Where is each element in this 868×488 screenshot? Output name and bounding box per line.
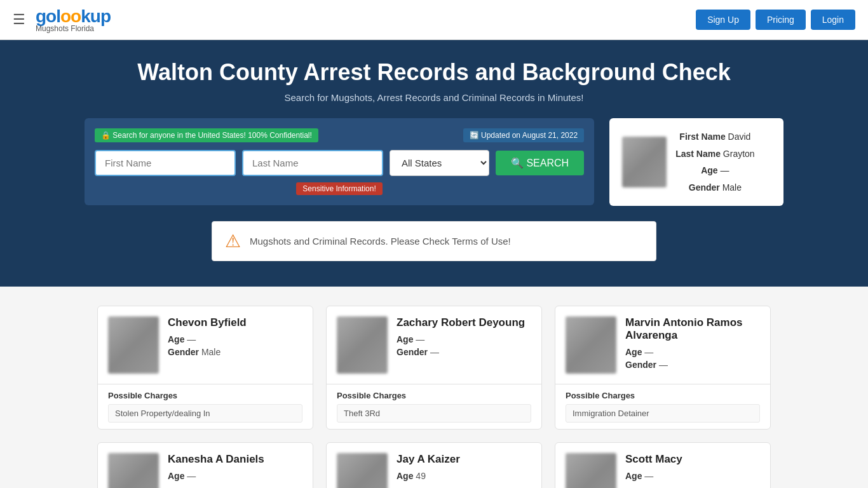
search-top-bar: 🔒 Search for anyone in the United States… (95, 128, 584, 142)
result-info: Zachary Robert Deyoung Age — Gender — (397, 316, 525, 360)
updated-badge: 🔄 Updated on August 21, 2022 (463, 128, 584, 142)
result-age: Age — (168, 334, 247, 344)
profile-firstname-value: David (728, 132, 751, 142)
featured-profile-info: First Name David Last Name Grayton Age —… (675, 128, 755, 196)
result-name: Chevon Byfield (168, 316, 247, 329)
firstname-input[interactable] (95, 150, 236, 176)
logo-subtitle: Mugshots Florida (36, 24, 94, 33)
profile-gender-row: Gender Male (675, 179, 755, 196)
profile-firstname-row: First Name David (675, 128, 755, 146)
hero-section: Walton County Arrest Records and Backgro… (0, 40, 868, 287)
charge-item: Stolen Property/dealing In (108, 404, 302, 423)
header-left: ☰ golookup Mugshots Florida (13, 6, 111, 33)
result-card[interactable]: Marvin Antonio Ramos Alvarenga Age — Gen… (555, 306, 771, 430)
search-box: 🔒 Search for anyone in the United States… (85, 118, 594, 205)
search-fields: All StatesAlabamaAlaskaArizonaArkansasCa… (95, 150, 584, 176)
result-age: Age — (625, 471, 682, 481)
result-card-top: Marvin Antonio Ramos Alvarenga Age — Gen… (555, 306, 770, 384)
pricing-button[interactable]: Pricing (756, 10, 806, 30)
sensitive-badge: Sensitive Information! (296, 182, 382, 195)
result-age: Age — (397, 334, 525, 344)
result-card[interactable]: Jay A Kaizer Age 49 (326, 442, 542, 488)
menu-icon[interactable]: ☰ (13, 11, 25, 28)
result-card[interactable]: Zachary Robert Deyoung Age — Gender — Po… (326, 306, 542, 430)
result-gender: Gender Male (168, 347, 247, 357)
page-title: Walton County Arrest Records and Backgro… (13, 59, 855, 86)
result-name: Scott Macy (625, 453, 682, 466)
result-gender: Gender — (397, 347, 525, 357)
header: ☰ golookup Mugshots Florida Sign Up Pric… (0, 0, 868, 40)
result-avatar (337, 316, 388, 374)
profile-lastname-row: Last Name Grayton (675, 146, 755, 163)
result-avatar (566, 453, 616, 488)
charge-item: Theft 3Rd (337, 404, 531, 423)
result-name: Kanesha A Daniels (168, 453, 264, 466)
result-age: Age — (168, 471, 264, 481)
profile-lastname-label: Last Name (675, 149, 721, 159)
result-card-top: Zachary Robert Deyoung Age — Gender — (327, 306, 541, 384)
warning-icon: ⚠ (225, 231, 241, 252)
result-age: Age 49 (397, 471, 460, 481)
result-info: Scott Macy Age — (625, 453, 682, 484)
charges-section: Possible Charges Stolen Property/dealing… (98, 384, 313, 429)
warning-text: Mugshots and Criminal Records. Please Ch… (250, 236, 511, 247)
result-card-top: Chevon Byfield Age — Gender Male (98, 306, 313, 384)
signup-button[interactable]: Sign Up (696, 10, 750, 30)
result-name: Jay A Kaizer (397, 453, 460, 466)
result-age: Age — (625, 347, 760, 357)
featured-profile-card[interactable]: First Name David Last Name Grayton Age —… (609, 118, 783, 206)
profile-firstname-label: First Name (679, 132, 725, 142)
results-section: Chevon Byfield Age — Gender Male Possibl… (85, 306, 783, 488)
login-button[interactable]: Login (811, 10, 855, 30)
result-card[interactable]: Scott Macy Age — (555, 442, 771, 488)
result-name: Zachary Robert Deyoung (397, 316, 525, 329)
charges-label: Possible Charges (108, 391, 302, 400)
hero-subtitle: Search for Mugshots, Arrest Records and … (13, 92, 855, 103)
result-info: Chevon Byfield Age — Gender Male (168, 316, 247, 360)
charges-label: Possible Charges (337, 391, 531, 400)
logo[interactable]: golookup Mugshots Florida (36, 6, 111, 33)
search-button[interactable]: 🔍 SEARCH (496, 151, 584, 175)
result-info: Jay A Kaizer Age 49 (397, 453, 460, 484)
profile-age-label: Age (701, 165, 717, 175)
result-avatar (108, 453, 159, 488)
result-gender: Gender — (625, 360, 760, 370)
result-card[interactable]: Chevon Byfield Age — Gender Male Possibl… (97, 306, 313, 430)
lastname-input[interactable] (242, 150, 383, 176)
state-select[interactable]: All StatesAlabamaAlaskaArizonaArkansasCa… (390, 150, 489, 176)
charges-section: Possible Charges Immigration Detainer (555, 384, 770, 429)
result-info: Marvin Antonio Ramos Alvarenga Age — Gen… (625, 316, 760, 372)
result-info: Kanesha A Daniels Age — (168, 453, 264, 484)
profile-gender-label: Gender (689, 182, 720, 193)
featured-profile-avatar (622, 137, 667, 187)
header-right: Sign Up Pricing Login (696, 10, 855, 30)
result-card-top: Scott Macy Age — (555, 443, 770, 488)
charges-section: Possible Charges Theft 3Rd (327, 384, 541, 429)
charges-label: Possible Charges (566, 391, 760, 400)
result-card[interactable]: Kanesha A Daniels Age — (97, 442, 313, 488)
profile-age-row: Age — (675, 162, 755, 179)
result-card-top: Kanesha A Daniels Age — (98, 443, 313, 488)
result-avatar (108, 316, 159, 374)
search-container: 🔒 Search for anyone in the United States… (85, 118, 783, 206)
results-grid: Chevon Byfield Age — Gender Male Possibl… (97, 306, 771, 488)
result-name: Marvin Antonio Ramos Alvarenga (625, 316, 760, 342)
charge-item: Immigration Detainer (566, 404, 760, 423)
warning-bar: ⚠ Mugshots and Criminal Records. Please … (212, 221, 656, 261)
result-avatar (337, 453, 388, 488)
result-card-top: Jay A Kaizer Age 49 (327, 443, 541, 488)
result-avatar (566, 316, 616, 374)
confidential-badge: 🔒 Search for anyone in the United States… (95, 128, 318, 142)
